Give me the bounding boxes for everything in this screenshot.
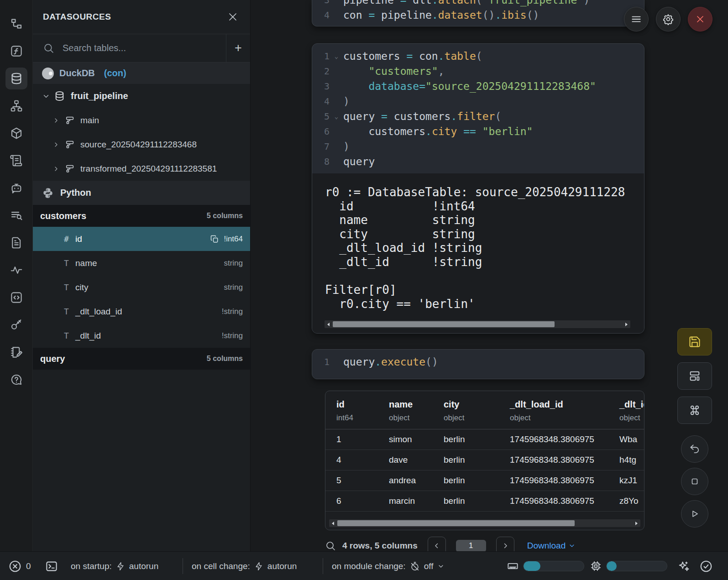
script-icon[interactable] (5, 150, 27, 172)
activity-rail (0, 0, 33, 580)
code-line[interactable]: 1query.execute() (312, 355, 644, 370)
column-header-name[interactable]: nameobject (389, 399, 444, 423)
code-cell-2[interactable]: 1⌄customers = con.table(2 "customers",3 … (312, 43, 644, 334)
table-row[interactable]: 1simonberlin1745968348.3806975Wba (325, 429, 644, 450)
statusbar-on-startup[interactable]: on startup:autorun (71, 552, 158, 580)
code-line[interactable]: 2 "customers", (312, 64, 644, 79)
function-icon[interactable] (5, 40, 27, 62)
column-row-city[interactable]: Tcitystring (33, 275, 250, 299)
memory-meter[interactable] (507, 552, 584, 580)
run-button[interactable] (681, 500, 708, 528)
code-line[interactable]: 4con = pipeline.dataset().ibis() (312, 8, 644, 23)
lightning-icon (116, 562, 125, 571)
package-icon[interactable] (5, 122, 27, 144)
table-row[interactable]: 4daveberlin1745968348.3806975h4tg (325, 450, 644, 470)
code-editor[interactable]: 3pipeline = dlt.attach("fruit_pipeline")… (312, 0, 644, 23)
column-row-name[interactable]: Tnamestring (33, 251, 250, 275)
layout-button[interactable] (677, 362, 712, 390)
schema-row-transformed_202504291112283581[interactable]: transformed_202504291112283581 (33, 157, 250, 181)
terminal-icon (45, 559, 58, 573)
column-row-_dlt_id[interactable]: T_dlt_id!string (33, 324, 250, 348)
dependency-graph-icon[interactable] (5, 95, 27, 117)
terminal-button[interactable] (45, 552, 58, 580)
code-line[interactable]: 5⌄query = customers.filter( (312, 109, 644, 124)
chevron-down-icon (42, 92, 50, 100)
search-input[interactable] (62, 42, 191, 54)
search-icon[interactable] (325, 540, 336, 551)
python-section-label: Python (60, 188, 91, 198)
download-link[interactable]: Download (527, 541, 576, 551)
result-table-body: 1simonberlin1745968348.3806975Wba4davebe… (325, 429, 644, 512)
error-count-badge[interactable]: 0 (8, 552, 31, 580)
connection-row[interactable]: DuckDB (con) (33, 63, 250, 84)
cpu-meter[interactable] (590, 552, 667, 580)
code-line[interactable]: 3 database="source_202504291112283468" (312, 79, 644, 94)
ai-bot-icon[interactable] (5, 177, 27, 199)
code-line[interactable]: 8query (312, 154, 644, 169)
save-button[interactable] (677, 328, 712, 355)
file-tree-icon[interactable] (5, 13, 27, 35)
menu-button[interactable] (624, 7, 649, 31)
code-line[interactable]: 3pipeline = dlt.attach("fruit_pipeline") (312, 0, 644, 8)
scroll-left-icon[interactable] (325, 320, 332, 328)
datasources-icon[interactable] (5, 68, 27, 89)
code-line[interactable]: 6 customers.city == "berlin" (312, 124, 644, 139)
query-table-header[interactable]: query 5 columns (33, 348, 250, 370)
code-editor[interactable]: 1⌄customers = con.table(2 "customers",3 … (312, 44, 644, 169)
statusbar-on-module-change[interactable]: on module change:off (332, 552, 445, 580)
scroll-left-icon[interactable] (329, 519, 336, 527)
table-row[interactable]: 6marcinberlin1745968348.3806975z8Yo (325, 491, 644, 512)
code-line[interactable]: 4) (312, 94, 644, 109)
customers-table-header[interactable]: customers 5 columns (33, 205, 250, 227)
undo-button[interactable] (681, 435, 708, 463)
schema-name: source_202504291112283468 (80, 140, 197, 150)
statusbar-on-cell-change[interactable]: on cell change:autorun (192, 552, 297, 580)
python-section-row[interactable]: Python (33, 181, 250, 205)
settings-button[interactable] (656, 7, 681, 31)
horizontal-scrollbar[interactable] (329, 519, 640, 527)
table-row[interactable]: 5andreaberlin1745968348.3806975kzJ1 (325, 470, 644, 491)
column-row-_dlt_load_id[interactable]: T_dlt_load_id!string (33, 299, 250, 324)
code-editor[interactable]: 1query.execute() (312, 350, 644, 370)
code-block-icon[interactable] (5, 287, 27, 308)
list-search-icon[interactable] (5, 204, 27, 226)
document-icon[interactable] (5, 232, 27, 254)
scroll-right-icon[interactable] (623, 320, 630, 328)
add-table-button[interactable]: + (226, 34, 250, 62)
database-row[interactable]: fruit_pipeline (33, 84, 250, 108)
scrollbar-thumb[interactable] (337, 520, 575, 526)
output-line: _dlt_load_id !string (325, 241, 644, 255)
scrollbar-thumb[interactable] (333, 321, 555, 327)
stop-button[interactable] (681, 468, 708, 495)
activity-icon[interactable] (5, 259, 27, 281)
connection-status-button[interactable] (699, 552, 713, 580)
column-header-city[interactable]: cityobject (444, 399, 510, 423)
key-icon[interactable] (5, 314, 27, 336)
schema-icon (63, 139, 75, 150)
fold-icon[interactable]: ⌄ (330, 109, 343, 124)
fold-icon[interactable]: ⌄ (330, 49, 343, 64)
shutdown-button[interactable] (688, 7, 712, 31)
close-icon[interactable] (227, 11, 238, 22)
chevron-down-icon (437, 563, 445, 570)
schema-row-source_202504291112283468[interactable]: source_202504291112283468 (33, 132, 250, 157)
help-icon[interactable] (5, 369, 27, 391)
code-cell-1[interactable]: 3pipeline = dlt.attach("fruit_pipeline")… (312, 0, 644, 26)
column-header-id[interactable]: idint64 (336, 399, 389, 423)
schema-row-main[interactable]: main (33, 108, 250, 132)
code-cell-3[interactable]: 1query.execute() (312, 349, 644, 379)
column-row-id[interactable]: #id!int64 (33, 227, 250, 251)
python-logo-icon (42, 187, 54, 199)
copy-icon[interactable] (210, 235, 219, 244)
hamburger-icon (630, 13, 642, 25)
column-header-_dlt_id[interactable]: _dlt_idobject (619, 399, 644, 423)
scroll-right-icon[interactable] (633, 519, 640, 527)
ai-assist-button[interactable] (677, 552, 690, 580)
notebook-icon[interactable] (5, 341, 27, 363)
command-palette-button[interactable] (677, 397, 712, 424)
column-header-_dlt_load_id[interactable]: _dlt_load_idobject (510, 399, 619, 423)
duckdb-logo-icon (42, 68, 54, 79)
code-line[interactable]: 7) (312, 139, 644, 154)
horizontal-scrollbar[interactable] (325, 320, 630, 328)
code-line[interactable]: 1⌄customers = con.table( (312, 49, 644, 64)
